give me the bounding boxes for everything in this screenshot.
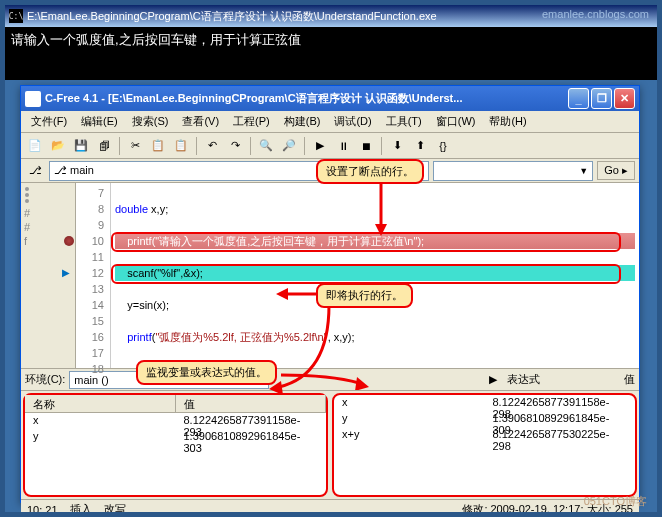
locals-panel[interactable]: 名称 值 x8.1224265877391158e-293y1.39068108… <box>23 393 328 497</box>
menu-item[interactable]: 编辑(E) <box>75 112 124 131</box>
toolbar-button[interactable]: ⬆ <box>410 136 430 156</box>
menu-item[interactable]: 搜索(S) <box>126 112 175 131</box>
watch-row[interactable]: x8.1224265877391158e-298 <box>334 395 635 411</box>
toolbar-button[interactable]: 📂 <box>48 136 68 156</box>
toolbar-button[interactable]: 📄 <box>25 136 45 156</box>
toolbar-button[interactable]: 🔍 <box>256 136 276 156</box>
annotation-watch: 监视变量或表达式的值。 <box>136 360 277 385</box>
toolbar-button[interactable]: ⏹ <box>356 136 376 156</box>
toolbar: 📄📂💾🗐✂📋📋↶↷🔍🔎▶⏸⏹⬇⬆{} <box>21 133 639 159</box>
toolbar-button[interactable]: ▶ <box>310 136 330 156</box>
go-button[interactable]: Go ▸ <box>597 161 635 180</box>
watermark-top: emanlee.cnblogs.com <box>542 8 649 20</box>
cmd-icon: C:\ <box>9 9 23 23</box>
toolbar-button[interactable]: 🗐 <box>94 136 114 156</box>
toolbar-button[interactable]: ↶ <box>202 136 222 156</box>
locals-row[interactable]: y1.3906810892961845e-303 <box>25 429 326 445</box>
toolbar-button[interactable]: 🔎 <box>279 136 299 156</box>
menu-item[interactable]: 调试(D) <box>328 112 377 131</box>
arrow-watch-right <box>281 365 371 390</box>
toolbar-button[interactable]: ↷ <box>225 136 245 156</box>
menu-item[interactable]: 窗口(W) <box>430 112 482 131</box>
ide-window: C-Free 4.1 - [E:\EmanLee.BeginningCProgr… <box>20 85 640 503</box>
locals-row[interactable]: x8.1224265877391158e-293 <box>25 413 326 429</box>
maximize-button[interactable]: ❐ <box>591 88 612 109</box>
app-icon <box>25 91 41 107</box>
toolbar-button[interactable]: {} <box>433 136 453 156</box>
ide-titlebar[interactable]: C-Free 4.1 - [E:\EmanLee.BeginningCProgr… <box>21 86 639 111</box>
annotation-current-line: 即将执行的行。 <box>316 283 413 308</box>
menu-item[interactable]: 工程(P) <box>227 112 276 131</box>
watch-row[interactable]: y1.3906810892961845e-309 <box>334 411 635 427</box>
env-label: 环境(C): <box>25 372 65 387</box>
toolbar-button[interactable]: ⏸ <box>333 136 353 156</box>
menu-item[interactable]: 帮助(H) <box>483 112 532 131</box>
status-overwrite: 改写 <box>104 502 126 517</box>
menu-item[interactable]: 查看(V) <box>176 112 225 131</box>
toolbar-button[interactable]: 📋 <box>171 136 191 156</box>
watch-panel[interactable]: x8.1224265877391158e-298y1.3906810892961… <box>332 393 637 497</box>
svg-marker-5 <box>355 377 369 390</box>
status-insert: 插入 <box>70 502 92 517</box>
ide-title-text: C-Free 4.1 - [E:\EmanLee.BeginningCProgr… <box>45 91 568 106</box>
menu-item[interactable]: 工具(T) <box>380 112 428 131</box>
arrow-breakpoint <box>371 178 391 238</box>
line-number-gutter[interactable]: 789101112131415161718 <box>76 183 111 368</box>
console-title-text: E:\EmanLee.BeginningCProgram\C语言程序设计 认识函… <box>27 9 437 24</box>
scope-member-dropdown[interactable]: ▼ <box>433 161 593 181</box>
menu-item[interactable]: 构建(B) <box>278 112 327 131</box>
close-button[interactable]: ✕ <box>614 88 635 109</box>
statusbar: 10: 21 插入 改写 修改: 2009-02-19, 12:17: 大小: … <box>21 499 639 517</box>
locals-header: 名称 值 <box>25 395 326 413</box>
toolbar-button[interactable]: 📋 <box>148 136 168 156</box>
value-tab-label: 值 <box>624 372 635 387</box>
watermark-bottom: 051CTO博客 <box>584 494 647 509</box>
annotation-breakpoint: 设置了断点的行。 <box>316 159 424 184</box>
scope-symbol-icon[interactable]: ⎇ <box>25 161 45 181</box>
menu-item[interactable]: 文件(F) <box>25 112 73 131</box>
toolbar-button[interactable]: ✂ <box>125 136 145 156</box>
watch-row[interactable]: x+y8.1224265877530225e-298 <box>334 427 635 443</box>
watch-nav-icon[interactable]: ▶ <box>483 370 503 390</box>
menubar: 文件(F)编辑(E)搜索(S)查看(V)工程(P)构建(B)调试(D)工具(T)… <box>21 111 639 133</box>
console-output: 请输入一个弧度值,之后按回车键，用于计算正弦值 <box>5 27 657 53</box>
toolbar-button[interactable]: ⬇ <box>387 136 407 156</box>
svg-marker-3 <box>276 288 288 300</box>
minimize-button[interactable]: _ <box>568 88 589 109</box>
expr-tab-label[interactable]: 表达式 <box>507 372 540 387</box>
svg-marker-1 <box>375 224 387 236</box>
toolbar-button[interactable]: 💾 <box>71 136 91 156</box>
status-pos: 10: 21 <box>27 504 58 516</box>
